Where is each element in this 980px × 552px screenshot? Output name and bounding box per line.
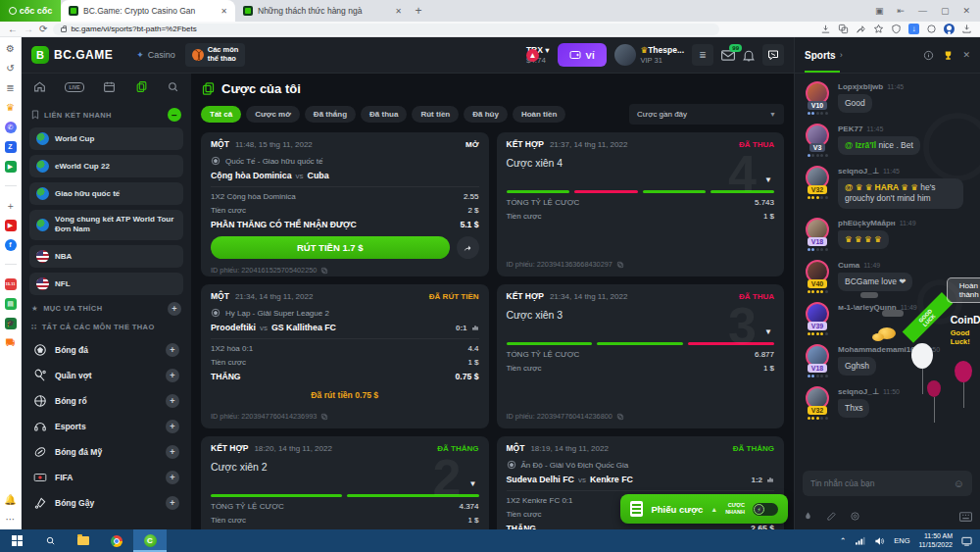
bookmark-star-icon[interactable] [873, 24, 884, 34]
expand-sport-button[interactable]: + [166, 343, 179, 357]
filter-lost[interactable]: Đã thua [361, 106, 407, 123]
info-icon[interactable] [923, 50, 934, 61]
tray-chevron-icon[interactable]: ⌃ [840, 536, 846, 545]
rules-pen-icon[interactable] [826, 511, 837, 522]
chat-input[interactable] [810, 478, 954, 488]
copy-icon[interactable] [616, 413, 624, 421]
coccoc-taskbar-button[interactable]: C [133, 529, 167, 552]
share-icon[interactable] [856, 24, 866, 34]
close-chat-icon[interactable]: ✕ [962, 50, 970, 60]
expand-sport-button[interactable]: + [166, 445, 179, 459]
tab-close-icon[interactable]: ✕ [220, 7, 227, 16]
reading-list-icon[interactable]: ≣ [4, 81, 17, 94]
add-shortcut-icon[interactable]: ＋ [4, 199, 17, 212]
expand-sport-button[interactable]: + [166, 420, 179, 433]
new-tab-button[interactable]: + [410, 0, 427, 22]
sport-item-basketball[interactable]: Bóng rổ+ [29, 388, 183, 414]
quick-link-atp-finals[interactable]: Vòng chung kết ATP World Tour Đơn Nam [29, 210, 183, 240]
tab-close-icon[interactable]: ✕ [395, 7, 402, 16]
schedule-calendar-icon[interactable] [103, 80, 116, 93]
expand-sport-button[interactable]: + [166, 394, 179, 408]
sidebar-toggle-icon[interactable]: ⇤ [897, 6, 905, 16]
cashout-button[interactable]: RÚT TIỀN 1.7 $ [211, 236, 450, 259]
profile-avatar-icon[interactable] [944, 24, 955, 34]
messenger-icon[interactable]: ✆ [4, 121, 17, 133]
shield-icon[interactable] [891, 24, 902, 34]
reload-button[interactable]: ⟳ [39, 25, 47, 34]
expand-chevron-icon[interactable]: ▼ [764, 327, 772, 336]
edu-app-icon[interactable]: 🎓 [4, 317, 17, 329]
facebook-icon[interactable]: f [4, 238, 17, 251]
sport-item-fifa[interactable]: FIFA+ [29, 465, 183, 490]
my-bets-icon[interactable] [135, 80, 148, 93]
quick-link-eworld-cup[interactable]: eWorld Cup 22 [29, 155, 183, 177]
bet-card-combo-4[interactable]: KẾT HỢP21:37, 14 thg 11, 2022ĐÃ THUA Cượ… [497, 132, 785, 276]
notification-bell-icon[interactable]: 🔔 [4, 493, 17, 506]
chat-room-label[interactable]: Sports [805, 50, 836, 61]
expand-chevron-icon[interactable]: ▼ [469, 479, 477, 488]
stats-icon[interactable] [766, 476, 774, 483]
quick-link-nba[interactable]: NBA [29, 245, 183, 268]
filter-cashout[interactable]: Rút tiền [412, 106, 459, 123]
window-maximize-button[interactable]: ▢ [941, 6, 950, 16]
coccoc-brand-button[interactable]: cốc cốc [0, 0, 61, 22]
chat-messages[interactable]: V10 Lopxjxbljwb11:45Good V3 PEK7711:45@ … [795, 74, 980, 435]
extension-icon[interactable] [926, 24, 937, 34]
translate-icon[interactable] [838, 24, 849, 34]
sport-item-esports[interactable]: Esports+ [29, 414, 183, 439]
bet-card-combo-2[interactable]: KẾT HỢP18:20, 14 thg 11, 2022ĐÃ THẮNG Cư… [201, 436, 489, 529]
collapse-quick-links-button[interactable]: − [168, 108, 181, 122]
file-explorer-button[interactable] [67, 529, 100, 552]
quick-link-nfl[interactable]: NFL [29, 273, 183, 295]
currency-selector[interactable]: ▲ TRX ▾$4.74 [526, 45, 550, 65]
notifications-bell-icon[interactable] [743, 49, 755, 62]
calendar-app-icon[interactable]: 15.11 [4, 277, 17, 290]
emoji-icon[interactable]: ☺ [954, 477, 964, 489]
sport-item-cricket[interactable]: Bóng Gậy+ [29, 490, 183, 516]
save-page-icon[interactable] [820, 24, 831, 34]
network-icon[interactable] [855, 536, 865, 545]
keyboard-icon[interactable] [959, 512, 972, 522]
betslip-button[interactable]: Phiếu cược ▲ CƯỢCNHANH ⚡ [620, 494, 788, 524]
screenshot-icon[interactable]: ▣ [875, 6, 884, 16]
bcgame-logo[interactable]: B BC.GAME [31, 46, 113, 64]
share-bet-button[interactable] [457, 236, 479, 259]
address-bar[interactable]: bc.game/vi/sports?bt-path=%2Fbets [53, 24, 719, 35]
copy-icon[interactable] [320, 413, 328, 421]
zalo-icon[interactable]: Z [4, 140, 17, 153]
wallet-button[interactable]: VÍ [558, 43, 607, 67]
home-icon[interactable] [33, 80, 46, 93]
window-close-button[interactable]: ✕ [962, 6, 970, 16]
expand-sport-button[interactable]: + [166, 471, 179, 484]
chevron-right-icon[interactable]: › [840, 50, 843, 60]
quick-bet-toggle[interactable]: ⚡ [753, 503, 778, 516]
history-icon[interactable]: ↺ [4, 62, 17, 75]
stats-icon[interactable] [471, 324, 479, 331]
copy-icon[interactable] [616, 261, 624, 269]
settings-gear-icon[interactable]: ⚙ [4, 42, 17, 55]
nav-casino[interactable]: ✦ Casino [136, 50, 175, 60]
filter-won[interactable]: Đã thắng [305, 106, 356, 123]
crown-icon[interactable]: ♛ [4, 101, 17, 114]
back-button[interactable]: ← [8, 25, 18, 34]
copy-icon[interactable] [320, 267, 328, 275]
browser-tab-inactive[interactable]: Những thách thức hàng ngà ✕ [235, 0, 410, 22]
filter-cancelled[interactable]: Đã hủy [464, 106, 508, 123]
inbox-button[interactable]: 99 [721, 50, 735, 61]
sport-item-football[interactable]: Bóng đá+ [29, 337, 183, 363]
forward-button[interactable]: → [24, 25, 33, 34]
bet-card-single-open[interactable]: MỘT11:48, 15 thg 11, 2022MỞ Quốc Tế - Gi… [201, 132, 489, 276]
bet-card-single-cashout[interactable]: MỘT21:34, 14 thg 11, 2022ĐÃ RÚT TIỀN Hy … [201, 284, 489, 428]
user-menu[interactable]: ♛Thespe... VIP 31 [614, 44, 684, 66]
downloads-tray-icon[interactable] [961, 24, 972, 34]
search-icon[interactable] [167, 80, 179, 93]
coindrop-icon[interactable] [803, 511, 813, 522]
store-app-icon[interactable]: ▤ [4, 297, 17, 310]
browser-tab-active[interactable]: BC.Game: Crypto Casino Gan ✕ [61, 0, 235, 22]
quick-link-international-friendlies[interactable]: Giao hữu quốc tế [29, 182, 183, 205]
bet-card-combo-3[interactable]: KẾT HỢP21:34, 14 thg 11, 2022ĐÃ THUA Cượ… [497, 284, 785, 428]
sport-item-tennis[interactable]: Quần vợt+ [29, 363, 183, 388]
bet-list-button[interactable]: ≣ [692, 44, 713, 66]
start-button[interactable] [0, 529, 33, 552]
live-icon[interactable]: LIVE [65, 82, 83, 92]
